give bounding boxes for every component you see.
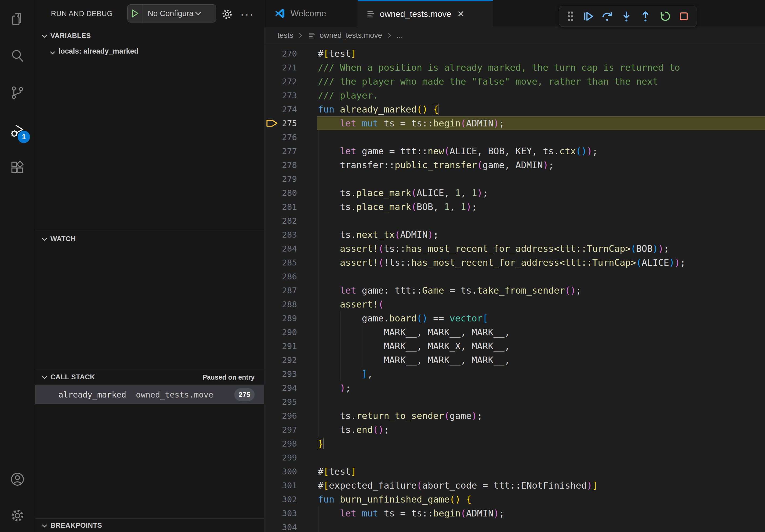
line-content[interactable]: MARK__, MARK__, MARK__, bbox=[318, 325, 765, 339]
line-number[interactable]: 273 bbox=[279, 89, 318, 102]
code-line[interactable]: 276 bbox=[264, 130, 765, 144]
line-number[interactable]: 279 bbox=[279, 172, 318, 186]
extensions-icon[interactable] bbox=[0, 154, 35, 181]
line-content[interactable]: MARK__, MARK_X, MARK__, bbox=[318, 339, 765, 353]
gutter[interactable]: 295 bbox=[264, 395, 318, 409]
code-line[interactable]: 287 let game: ttt::Game = ts.take_from_s… bbox=[264, 283, 765, 297]
code-line[interactable]: 302fun burn_unfinished_game() { bbox=[264, 492, 765, 506]
line-content[interactable]: #[test] bbox=[318, 464, 765, 478]
gutter[interactable]: 299 bbox=[264, 450, 318, 464]
watch-section-header[interactable]: WATCH bbox=[50, 235, 76, 243]
gutter[interactable]: 279 bbox=[264, 172, 318, 186]
code-line[interactable]: 294 ); bbox=[264, 381, 765, 395]
continue-icon[interactable] bbox=[582, 9, 594, 24]
gutter[interactable]: 272 bbox=[264, 75, 318, 89]
code-line[interactable]: 273/// player. bbox=[264, 89, 765, 102]
step-into-icon[interactable] bbox=[620, 9, 633, 24]
gutter[interactable]: 277 bbox=[264, 144, 318, 158]
line-number[interactable]: 293 bbox=[279, 367, 318, 381]
line-content[interactable]: /// When a position is already marked, t… bbox=[318, 61, 765, 75]
chevron-down-icon[interactable] bbox=[41, 236, 48, 243]
line-content[interactable]: let game: ttt::Game = ts.take_from_sende… bbox=[318, 283, 765, 297]
call-stack-frame-row[interactable]: already_marked owned_tests.move 275 bbox=[35, 385, 264, 404]
line-content[interactable] bbox=[318, 172, 765, 186]
line-number[interactable]: 289 bbox=[279, 311, 318, 325]
line-content[interactable] bbox=[318, 520, 765, 532]
code-line[interactable]: 304 bbox=[264, 520, 765, 532]
gutter[interactable]: 273 bbox=[264, 89, 318, 102]
line-content[interactable] bbox=[318, 214, 765, 228]
settings-gear-icon[interactable] bbox=[0, 502, 35, 529]
code-line[interactable]: 300#[test] bbox=[264, 464, 765, 478]
code-line[interactable]: 288 assert!( bbox=[264, 297, 765, 311]
line-content[interactable]: ts.return_to_sender(game); bbox=[318, 409, 765, 423]
gutter[interactable]: 297 bbox=[264, 423, 318, 437]
gutter[interactable]: 298 bbox=[264, 437, 318, 450]
code-line[interactable]: 278 transfer::public_transfer(game, ADMI… bbox=[264, 158, 765, 172]
line-number[interactable]: 281 bbox=[279, 200, 318, 214]
gutter[interactable]: 296 bbox=[264, 409, 318, 423]
line-number[interactable]: 274 bbox=[279, 102, 318, 116]
line-number[interactable]: 280 bbox=[279, 186, 318, 200]
code-line[interactable]: 285 assert!(!ts::has_most_recent_for_add… bbox=[264, 256, 765, 269]
code-line[interactable]: 279 bbox=[264, 172, 765, 186]
line-number[interactable]: 295 bbox=[279, 395, 318, 409]
gutter[interactable]: 282 bbox=[264, 214, 318, 228]
gutter[interactable]: 284 bbox=[264, 242, 318, 256]
line-number[interactable]: 277 bbox=[279, 144, 318, 158]
gutter[interactable]: 291 bbox=[264, 339, 318, 353]
line-number[interactable]: 301 bbox=[279, 478, 318, 492]
line-number[interactable]: 296 bbox=[279, 409, 318, 423]
line-number[interactable]: 290 bbox=[279, 325, 318, 339]
gutter[interactable]: 275 bbox=[264, 116, 318, 130]
tab-owned-tests-move[interactable]: owned_tests.move ✕ bbox=[358, 0, 493, 27]
chevron-down-icon[interactable] bbox=[41, 33, 48, 40]
line-number[interactable]: 282 bbox=[279, 214, 318, 228]
variables-locals-scope[interactable]: locals: already_marked bbox=[58, 47, 139, 56]
line-content[interactable]: let game = ttt::new(ALICE, BOB, KEY, ts.… bbox=[318, 144, 765, 158]
gutter[interactable]: 271 bbox=[264, 61, 318, 75]
call-stack-section-header[interactable]: CALL STACK bbox=[50, 373, 95, 381]
gutter[interactable]: 289 bbox=[264, 311, 318, 325]
line-content[interactable]: MARK__, MARK__, MARK__, bbox=[318, 353, 765, 367]
line-number[interactable]: 278 bbox=[279, 158, 318, 172]
gutter[interactable]: 285 bbox=[264, 256, 318, 269]
line-content[interactable]: fun already_marked() { bbox=[318, 102, 765, 116]
gutter[interactable]: 302 bbox=[264, 492, 318, 506]
line-number[interactable]: 304 bbox=[279, 520, 318, 532]
gutter[interactable]: 300 bbox=[264, 464, 318, 478]
code-line[interactable]: 275 let mut ts = ts::begin(ADMIN); bbox=[264, 116, 765, 130]
line-number[interactable]: 271 bbox=[279, 61, 318, 75]
line-content[interactable]: game.board() == vector[ bbox=[318, 311, 765, 325]
debug-config-button[interactable]: No Configura bbox=[127, 4, 216, 23]
code-line[interactable]: 277 let game = ttt::new(ALICE, BOB, KEY,… bbox=[264, 144, 765, 158]
breadcrumb-item-file[interactable]: owned_tests.move bbox=[320, 31, 382, 40]
code-line[interactable]: 271/// When a position is already marked… bbox=[264, 61, 765, 75]
code-line[interactable]: 270#[test] bbox=[264, 47, 765, 61]
gutter[interactable]: 270 bbox=[264, 47, 318, 61]
start-debug-icon[interactable] bbox=[128, 5, 143, 22]
line-number[interactable]: 303 bbox=[279, 506, 318, 520]
code-line[interactable]: 291 MARK__, MARK_X, MARK__, bbox=[264, 339, 765, 353]
step-over-icon[interactable] bbox=[601, 9, 613, 24]
explorer-icon[interactable] bbox=[0, 6, 35, 33]
gutter[interactable]: 274 bbox=[264, 102, 318, 116]
line-number[interactable]: 270 bbox=[279, 47, 318, 61]
code-line[interactable]: 272/// the player who made the "false" m… bbox=[264, 75, 765, 89]
line-content[interactable]: fun burn_unfinished_game() { bbox=[318, 492, 765, 506]
gutter[interactable]: 288 bbox=[264, 297, 318, 311]
line-content[interactable]: ); bbox=[318, 381, 765, 395]
line-number[interactable]: 288 bbox=[279, 297, 318, 311]
line-number[interactable]: 275 bbox=[279, 116, 318, 130]
breakpoints-section-header[interactable]: BREAKPOINTS bbox=[50, 521, 102, 530]
toolbar-drag-handle[interactable] bbox=[565, 9, 575, 24]
gutter[interactable]: 286 bbox=[264, 269, 318, 283]
code-line[interactable]: 290 MARK__, MARK__, MARK__, bbox=[264, 325, 765, 339]
line-content[interactable]: assert!(!ts::has_most_recent_for_address… bbox=[318, 256, 765, 269]
line-content[interactable]: transfer::public_transfer(game, ADMIN); bbox=[318, 158, 765, 172]
chevron-down-icon[interactable] bbox=[49, 49, 56, 56]
line-content[interactable]: let mut ts = ts::begin(ADMIN); bbox=[318, 116, 765, 130]
code-line[interactable]: 298} bbox=[264, 437, 765, 450]
line-content[interactable] bbox=[318, 269, 765, 283]
line-number[interactable]: 291 bbox=[279, 339, 318, 353]
